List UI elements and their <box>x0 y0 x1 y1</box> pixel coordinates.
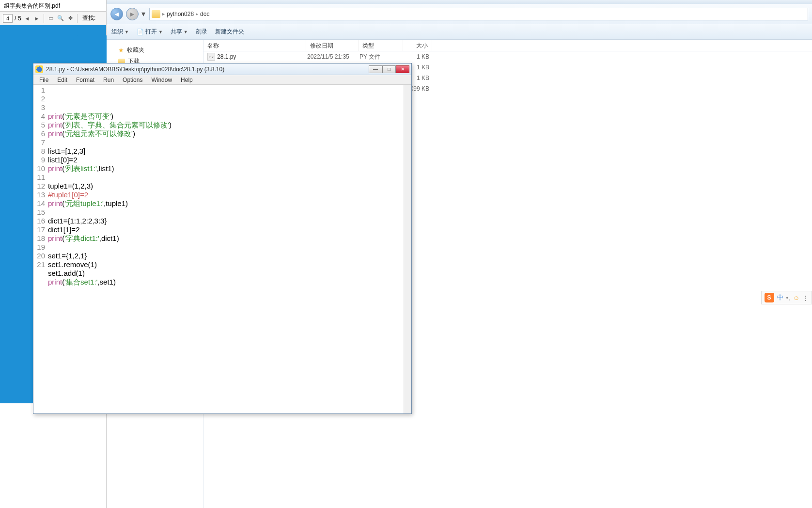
col-date[interactable]: 修改日期 <box>306 40 359 51</box>
ime-brand-icon[interactable]: S <box>765 293 774 302</box>
ime-punct-button[interactable]: •, <box>786 294 790 302</box>
code-line[interactable]: print('元组元素不可以修改') <box>48 129 402 138</box>
explorer-titlebar <box>107 0 812 4</box>
address-bar[interactable]: ▸ python028 ▸ doc <box>149 8 808 20</box>
nav-back-button[interactable]: ◄ <box>110 8 123 20</box>
code-line[interactable]: print('集合set1:',set1) <box>48 278 402 286</box>
code-line[interactable]: dict1={1:1,2:2,3:3} <box>48 217 402 225</box>
idle-titlebar[interactable]: 28.1.py - C:\Users\AMOBBS\Desktop\python… <box>33 64 411 75</box>
open-icon: 📄 <box>137 29 144 35</box>
code-line[interactable]: print('字典dict1:',dict1) <box>48 234 402 243</box>
pdf-tool-icon[interactable]: ✥ <box>66 15 74 22</box>
code-line[interactable] <box>48 208 402 217</box>
explorer-navbar: ◄ ► ▾ ▸ python028 ▸ doc <box>107 4 812 24</box>
ime-toolbar[interactable]: S 中 •, ☺ ⋮ <box>761 291 812 304</box>
cmd-new-folder[interactable]: 新建文件夹 <box>215 28 244 36</box>
pdf-page-input[interactable] <box>3 14 13 23</box>
file-size: 1 KB <box>404 53 433 60</box>
code-line[interactable]: set1={1,2,1} <box>48 252 402 260</box>
nav-history-dropdown[interactable]: ▾ <box>141 9 146 18</box>
line-number-gutter: 123456789101112131415161718192021 <box>33 85 47 413</box>
line-number: 9 <box>33 156 45 164</box>
line-number: 7 <box>33 138 45 147</box>
pdf-page-total: 5 <box>18 15 21 22</box>
pdf-toolbar: / 5 ◄ ► ▭ 🔍 ✥ 查找: <box>0 12 106 25</box>
pdf-fit-icon[interactable]: ▭ <box>47 15 55 22</box>
code-line[interactable]: list1=[1,2,3] <box>48 147 402 156</box>
nav-forward-button[interactable]: ► <box>126 8 139 20</box>
line-number: 17 <box>33 225 45 234</box>
code-editor[interactable]: print('元素是否可变')print('列表、字典、集合元素可以修改')pr… <box>47 85 404 413</box>
ime-more-button[interactable]: ⋮ <box>802 294 809 302</box>
line-number: 3 <box>33 103 45 112</box>
close-button[interactable]: ✕ <box>396 65 409 73</box>
cmd-burn[interactable]: 刻录 <box>196 28 207 36</box>
idle-title-text: 28.1.py - C:\Users\AMOBBS\Desktop\python… <box>46 66 369 73</box>
line-number: 2 <box>33 95 45 103</box>
code-line[interactable] <box>48 286 402 295</box>
scrollbar[interactable] <box>404 85 411 413</box>
menu-file[interactable]: File <box>35 76 52 84</box>
code-line[interactable]: set1.remove(1) <box>48 260 402 269</box>
file-icon: PY <box>207 53 215 61</box>
separator <box>77 14 78 23</box>
col-size[interactable]: 大小 <box>403 40 432 51</box>
code-line[interactable]: dict1[1]=2 <box>48 225 402 234</box>
code-line[interactable]: print('列表list1:',list1) <box>48 164 402 173</box>
line-number: 15 <box>33 208 45 217</box>
file-name: 28.1.py <box>217 53 307 60</box>
menu-help[interactable]: Help <box>177 76 197 84</box>
breadcrumb-part[interactable]: doc <box>200 11 209 17</box>
line-number: 1 <box>33 86 45 95</box>
menu-window[interactable]: Window <box>147 76 176 84</box>
code-line[interactable] <box>48 243 402 252</box>
ime-emoji-button[interactable]: ☺ <box>793 294 799 302</box>
ime-lang-button[interactable]: 中 <box>777 293 783 302</box>
code-line[interactable]: tuple1=(1,2,3) <box>48 182 402 190</box>
line-number: 19 <box>33 243 45 252</box>
col-type[interactable]: 类型 <box>359 40 403 51</box>
cmd-open[interactable]: 📄打开▼ <box>137 28 163 36</box>
pdf-next-icon[interactable]: ► <box>33 15 41 22</box>
idle-window: 28.1.py - C:\Users\AMOBBS\Desktop\python… <box>33 63 412 414</box>
line-number: 4 <box>33 112 45 121</box>
breadcrumb-sep-icon: ▸ <box>162 11 165 16</box>
code-line[interactable]: set1.add(1) <box>48 269 402 278</box>
cmd-share[interactable]: 共享▼ <box>171 28 188 36</box>
code-line[interactable]: print('元素是否可变') <box>48 112 402 121</box>
col-name[interactable]: 名称 <box>203 40 306 51</box>
line-number: 11 <box>33 173 45 182</box>
file-list-header: 名称 修改日期 类型 大小 <box>203 40 812 51</box>
code-line[interactable] <box>48 138 402 147</box>
pdf-search-label: 查找: <box>82 14 95 22</box>
line-number: 21 <box>33 260 45 269</box>
line-number: 5 <box>33 121 45 129</box>
code-line[interactable]: list1[0]=2 <box>48 156 402 164</box>
menu-format[interactable]: Format <box>72 76 98 84</box>
menu-edit[interactable]: Edit <box>53 76 71 84</box>
maximize-button[interactable]: □ <box>382 65 396 73</box>
star-icon: ★ <box>118 47 124 54</box>
cmd-organize[interactable]: 组织▼ <box>111 28 129 36</box>
code-line[interactable]: print('元组tuple1:',tuple1) <box>48 199 402 208</box>
code-line[interactable]: #tuple1[0]=2 <box>48 190 402 199</box>
line-number: 16 <box>33 217 45 225</box>
menu-run[interactable]: Run <box>99 76 118 84</box>
code-line[interactable] <box>48 173 402 182</box>
folder-icon <box>152 10 160 18</box>
explorer-command-bar: 组织▼ 📄打开▼ 共享▼ 刻录 新建文件夹 <box>107 24 812 40</box>
file-date: 2022/11/5 21:35 <box>307 53 359 60</box>
pdf-prev-icon[interactable]: ◄ <box>23 15 31 22</box>
idle-app-icon <box>35 65 43 73</box>
minimize-button[interactable]: — <box>369 65 382 73</box>
file-row[interactable]: PY28.1.py2022/11/5 21:35PY 文件1 KB <box>203 51 812 62</box>
file-type: PY 文件 <box>359 53 404 61</box>
code-line[interactable]: print('列表、字典、集合元素可以修改') <box>48 121 402 129</box>
pdf-zoom-icon[interactable]: 🔍 <box>57 15 64 22</box>
pdf-tab[interactable]: 组字典集合的区别.pdf <box>0 0 106 12</box>
menu-options[interactable]: Options <box>119 76 146 84</box>
sidebar-favorites[interactable]: ★收藏夹 <box>107 45 203 56</box>
pdf-page-sep: / <box>15 15 16 22</box>
separator <box>44 14 44 23</box>
breadcrumb-part[interactable]: python028 <box>167 11 194 17</box>
